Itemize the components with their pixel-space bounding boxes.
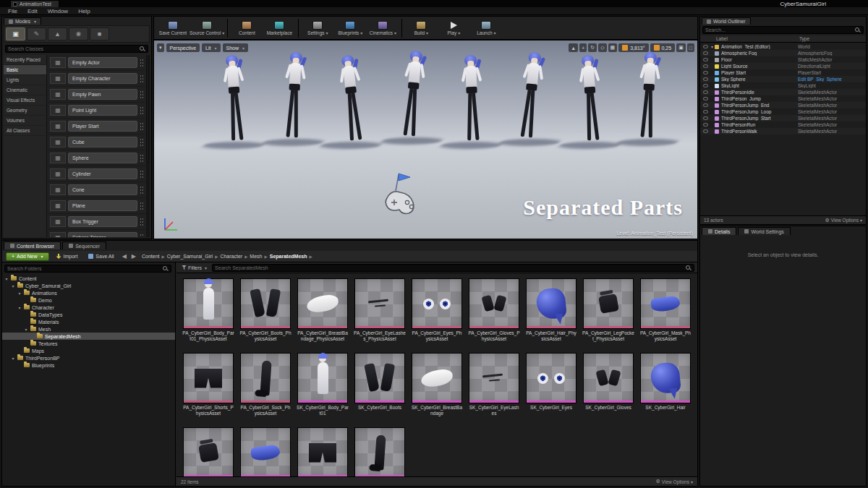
visibility-eye-icon[interactable]	[703, 51, 708, 55]
folder-thirdpersonbp[interactable]: ▾ThirdPersonBP	[2, 354, 175, 361]
asset-pa-cybergirl-eyelashes-physicsasset[interactable]: PA_CyberGirl_EyeLashes_PhysicsAsset	[354, 278, 406, 347]
asset-sk-cybergirl-sock[interactable]: SK_CyberGirl_Sock	[354, 427, 406, 476]
category-all-classes[interactable]: All Classes	[4, 126, 46, 136]
outliner-row-sky-sphere[interactable]: Sky SphereEdit BP_Sky_Sphere	[700, 76, 866, 82]
tab-sequencer[interactable]: Sequencer	[62, 241, 106, 249]
outliner-row-thirdpersonidle[interactable]: ThirdPersonIdleSkeletalMeshActor	[700, 89, 866, 95]
modes-scrollbar[interactable]	[146, 55, 150, 237]
rotate-tool-icon[interactable]: ↻	[588, 43, 597, 52]
category-recently-placed[interactable]: Recently Placed	[4, 55, 46, 65]
outliner-row-floor[interactable]: FloorStaticMeshActor	[700, 56, 866, 63]
label-column-header[interactable]: Label	[700, 36, 799, 41]
asset-sk-cybergirl-breastbandage[interactable]: SK_CyberGirl_BreastBandage	[411, 353, 463, 421]
outliner-row-animation-test-editor[interactable]: ▾Animation_Test (Editor)World	[700, 43, 866, 50]
asset-pa-cybergirl-gloves-physicsasset[interactable]: PA_CyberGirl_Gloves_PhysicsAsset	[468, 278, 520, 347]
outliner-search-input[interactable]	[705, 27, 854, 33]
visibility-eye-icon[interactable]	[703, 77, 708, 81]
asset-pa-cybergirl-eyes-physicsasset[interactable]: PA_CyberGirl_Eyes_PhysicsAsset	[411, 278, 463, 347]
asset-pa-cybergirl-boots-physicsasset[interactable]: PA_CyberGirl_Boots_PhysicsAsset	[239, 278, 292, 347]
outliner-row-atmospheric-fog[interactable]: Atmospheric FogAtmosphericFog	[700, 50, 866, 56]
asset-sk-cybergirl-body-part01[interactable]: SK_CyberGirl_Body_Part01	[297, 353, 349, 421]
asset-sk-cybergirl-mask[interactable]: SK_CyberGirl_Mask	[239, 427, 292, 476]
folder-maps[interactable]: Maps	[2, 347, 175, 354]
assets-search-input[interactable]	[215, 265, 685, 270]
placeable-sphere[interactable]: ▦Sphere	[47, 150, 150, 166]
category-cinematic[interactable]: Cinematic	[4, 85, 46, 95]
modes-panel-tab[interactable]: Modes ▾	[4, 17, 41, 25]
outliner-row-player-start[interactable]: Player StartPlayerStart	[700, 69, 866, 76]
asset-pa-cybergirl-mask-physicsasset[interactable]: PA_CyberGirl_Mask_PhysicsAsset	[639, 278, 692, 347]
breadcrumb-item-separatedmesh[interactable]: SeparatedMesh	[268, 254, 309, 259]
visibility-eye-icon[interactable]	[703, 110, 708, 114]
visibility-eye-icon[interactable]	[703, 116, 708, 120]
breadcrumb-item-cyber-samurai-girl[interactable]: Cyber_Samurai_Girl	[166, 254, 214, 259]
visibility-eye-icon[interactable]	[703, 84, 708, 87]
asset-sk-cybergirl-shorts[interactable]: SK_CyberGirl_Shorts	[297, 427, 349, 476]
rotation-snap-control[interactable]: 3,813°	[618, 43, 648, 52]
tab-world-settings[interactable]: World Settings	[738, 227, 790, 235]
source-control-button[interactable]: Source Control▾	[190, 17, 224, 38]
paint-mode-icon[interactable]: ✎	[27, 27, 46, 40]
blueprints-button[interactable]: Blueprints▾	[334, 17, 366, 38]
asset-pa-cybergirl-body-part01-physicsasset[interactable]: PA_CyberGirl_Body_Part01_PhysicsAsset	[182, 278, 234, 347]
maximize-viewport-icon[interactable]: □	[687, 43, 694, 52]
build-button[interactable]: Build▾	[405, 17, 437, 38]
outliner-row-light-source[interactable]: Light SourceDirectionalLight	[700, 63, 866, 69]
outliner-row-thirdpersonwalk[interactable]: ThirdPersonWalkSkeletalMeshActor	[700, 128, 866, 134]
folder-demo[interactable]: Demo	[2, 296, 175, 304]
asset-sk-cybergirl-legpocket[interactable]: SK_CyberGirl_LegPocket	[182, 427, 234, 476]
show-button[interactable]: Show ▾	[223, 43, 249, 52]
category-visual-effects[interactable]: Visual Effects	[4, 95, 46, 106]
asset-pa-cybergirl-sock-physicsasset[interactable]: PA_CyberGirl_Sock_PhysicsAsset	[239, 353, 292, 421]
placeable-cube[interactable]: ▦Cube	[47, 134, 150, 150]
save-all-button[interactable]: Save All	[85, 252, 117, 261]
back-button[interactable]: ◀	[122, 253, 127, 260]
menu-item-window[interactable]: Window	[43, 7, 73, 15]
viewport-options-icon[interactable]: ▾	[157, 43, 164, 52]
tab-content-browser[interactable]: Content Browser	[4, 241, 61, 249]
folder-datatypes[interactable]: DataTypes	[2, 311, 175, 318]
folder-mesh[interactable]: ▾Mesh	[2, 325, 175, 333]
breadcrumb-item-character[interactable]: Character	[218, 254, 244, 259]
breadcrumb-item-content[interactable]: Content	[140, 254, 161, 259]
cinematics-button[interactable]: Cinematics▾	[367, 17, 399, 38]
move-tool-icon[interactable]: +	[579, 43, 587, 52]
visibility-eye-icon[interactable]	[703, 103, 708, 107]
placeable-cone[interactable]: ▦Cone	[47, 182, 150, 198]
visibility-eye-icon[interactable]	[703, 97, 708, 100]
perspective-button[interactable]: Perspective	[166, 43, 200, 52]
play-button[interactable]: Play▾	[438, 17, 469, 38]
placeable-box-trigger[interactable]: ▦Box Trigger	[47, 214, 150, 230]
camera-speed-icon[interactable]: ▣	[676, 43, 686, 52]
scale-tool-icon[interactable]: ◇	[598, 43, 606, 52]
asset-sk-cybergirl-eyes[interactable]: SK_CyberGirl_Eyes	[525, 353, 577, 421]
folder-cyber-samurai-girl[interactable]: ▾Cyber_Samurai_Girl	[2, 282, 175, 289]
menu-item-help[interactable]: Help	[73, 7, 95, 15]
visibility-eye-icon[interactable]	[703, 71, 708, 74]
folders-search-input[interactable]	[7, 266, 162, 271]
outliner-row-thirdpersonjump-start[interactable]: ThirdPersonJump_StartSkeletalMeshActor	[700, 115, 866, 121]
placeable-sphere-trigger[interactable]: ▦Sphere Trigger	[47, 230, 150, 237]
folder-blueprints[interactable]: Blueprints	[2, 361, 175, 369]
placeable-empty-pawn[interactable]: ▦Empty Pawn	[47, 87, 150, 103]
asset-sk-cybergirl-eyelashes[interactable]: SK_CyberGirl_EyeLashes	[468, 353, 520, 421]
folder-animations[interactable]: ▾Animations	[2, 289, 175, 296]
modes-search-input[interactable]	[8, 46, 139, 51]
import-button[interactable]: Import	[53, 252, 82, 261]
launch-button[interactable]: Launch▾	[470, 17, 502, 38]
asset-sk-cybergirl-gloves[interactable]: SK_CyberGirl_Gloves	[582, 353, 634, 421]
geometry-mode-icon[interactable]: ■	[90, 27, 109, 40]
select-tool-icon[interactable]: ▲	[569, 43, 578, 52]
visibility-eye-icon[interactable]	[703, 64, 708, 68]
window-tab[interactable]: AnimationTest	[10, 0, 59, 7]
folder-character[interactable]: ▾Character	[2, 304, 175, 311]
asset-pa-cybergirl-hair-physicsasset[interactable]: PA_CyberGirl_Hair_PhysicsAsset	[525, 278, 577, 347]
menu-item-edit[interactable]: Edit	[22, 7, 43, 15]
tab-details[interactable]: Details	[702, 227, 736, 235]
placeable-cylinder[interactable]: ▦Cylinder	[47, 166, 150, 182]
landscape-mode-icon[interactable]: ▲	[48, 27, 67, 40]
actor-type[interactable]: Edit BP_Sky_Sphere	[798, 77, 864, 82]
scale-snap-control[interactable]: 0,25	[650, 43, 676, 52]
world-outliner-tab[interactable]: World Outliner	[702, 17, 751, 25]
grid-snap-icon[interactable]: ▦	[608, 43, 618, 52]
